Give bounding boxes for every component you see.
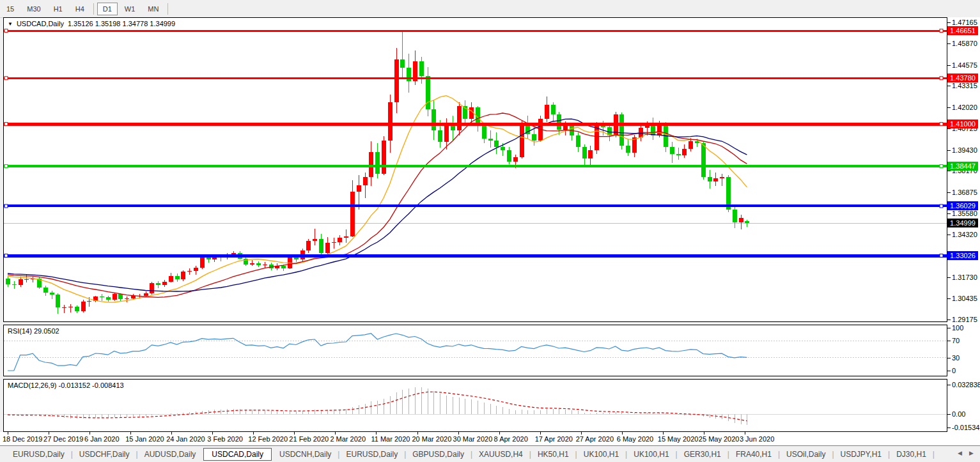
time-tick-label: 18 Dec 2019 — [3, 435, 42, 443]
chart-tab-uk100-h1[interactable]: UK100,H1 — [577, 450, 625, 459]
chart-tab-eurusd-daily[interactable]: EURUSD,Daily — [6, 450, 71, 459]
price-tick-label: 1.36875 — [952, 189, 977, 196]
chart-tab-usdjpy-h1[interactable]: USDJPY,H1 — [834, 450, 888, 459]
macd-indicator-panel[interactable]: MACD(12,26,9) -0.013152 -0.008413 — [3, 379, 947, 432]
line-handle-left[interactable] — [4, 204, 8, 208]
chart-tab-usdcad-daily[interactable]: USDCAD,Daily — [203, 448, 272, 461]
price-tick-label: 1.45870 — [952, 40, 977, 47]
time-tick-mark — [540, 432, 541, 435]
chart-tab-ger30-h1[interactable]: GER30,H1 — [678, 450, 727, 459]
horizontal-line-1.36029[interactable] — [4, 204, 947, 208]
time-tick-label: 27 Dec 2019 — [43, 435, 83, 443]
timeframe-button-h4[interactable]: H4 — [70, 3, 90, 15]
time-tick-mark — [499, 432, 500, 435]
rsi-canvas[interactable] — [4, 325, 947, 376]
timeframe-button-15[interactable]: 15 — [1, 3, 20, 15]
price-tick-label: 1.43315 — [952, 82, 977, 89]
time-tick-mark — [745, 432, 745, 435]
rsi-tick-label: 100 — [952, 324, 963, 332]
rsi-tick-mark — [947, 328, 951, 328]
timeframe-button-w1[interactable]: W1 — [119, 3, 141, 15]
horizontal-line-1.33026[interactable] — [4, 254, 947, 258]
rsi-tick-mark — [947, 358, 951, 358]
line-handle-left[interactable] — [4, 164, 8, 167]
price-tick-mark — [947, 235, 951, 235]
price-axis[interactable]: 1.471651.458701.445751.433151.420201.407… — [947, 17, 980, 445]
line-handle-right[interactable] — [940, 29, 943, 33]
time-axis[interactable]: 18 Dec 201927 Dec 20196 Jan 202015 Jan 2… — [0, 432, 980, 445]
chart-tab-eurusd-daily[interactable]: EURUSD,Daily — [339, 450, 404, 459]
price-canvas[interactable] — [4, 18, 947, 321]
price-tick-label: 1.42020 — [952, 104, 977, 111]
time-tick-mark — [704, 432, 704, 435]
line-handle-right[interactable] — [940, 164, 943, 167]
macd-tick-label: -0.015342 — [952, 424, 980, 431]
time-tick-label: 24 Jan 2020 — [166, 435, 205, 443]
chart-tab-usdchf-daily[interactable]: USDCHF,Daily — [73, 450, 136, 459]
rsi-tick-label: 70 — [952, 337, 960, 344]
time-tick-label: 3 Jun 2020 — [740, 435, 774, 443]
chart-tab-uk100-h1[interactable]: UK100,H1 — [627, 450, 675, 459]
line-handle-right[interactable] — [940, 204, 943, 208]
time-tick-mark — [8, 432, 8, 435]
time-tick-mark — [171, 432, 172, 435]
candles — [6, 30, 749, 314]
toolbar-separator — [93, 3, 94, 15]
time-tick-label: 8 Apr 2020 — [494, 435, 528, 443]
time-tick-mark — [458, 432, 459, 435]
macd-histogram — [8, 387, 747, 426]
macd-canvas[interactable] — [4, 380, 947, 431]
line-handle-left[interactable] — [4, 254, 8, 258]
horizontal-line-1.4378[interactable] — [4, 77, 947, 80]
time-tick-label: 3 Feb 2020 — [207, 435, 243, 443]
chart-tab-usoil-daily[interactable]: USOil,Daily — [780, 450, 832, 459]
price-tick-label: 1.47165 — [952, 19, 977, 26]
macd-tick-label: 0.00 — [952, 410, 965, 418]
line-handle-right[interactable] — [940, 77, 943, 80]
timeframe-button-mn[interactable]: MN — [142, 3, 164, 15]
line-handle-right[interactable] — [940, 254, 943, 258]
time-tick-mark — [622, 432, 623, 435]
timeframe-button-m30[interactable]: M30 — [21, 3, 46, 15]
price-badge-1.38447: 1.38447 — [947, 162, 978, 171]
rsi-line — [8, 334, 747, 371]
horizontal-line-1.46651[interactable] — [4, 29, 947, 33]
price-chart-panel[interactable]: ▼ USDCAD,Daily 1.35126 1.35198 1.34778 1… — [3, 17, 947, 322]
symbol-name: USDCAD,Daily — [17, 20, 64, 27]
time-tick-label: 15 Jan 2020 — [125, 435, 164, 443]
time-tick-mark — [335, 432, 336, 435]
horizontal-line-1.41[interactable] — [4, 123, 947, 126]
chart-tab-hk50-h1[interactable]: HK50,H1 — [531, 450, 575, 459]
time-tick-mark — [581, 432, 582, 435]
symbol-dropdown-icon[interactable]: ▼ — [8, 21, 13, 27]
macd-tick-mark — [947, 385, 951, 385]
tab-scroll-right-icon[interactable]: ▶ — [969, 450, 974, 456]
time-tick-mark — [417, 432, 418, 435]
macd-label: MACD(12,26,9) -0.013152 -0.008413 — [8, 381, 124, 389]
line-handle-left[interactable] — [4, 29, 8, 33]
toolbar-separator — [167, 3, 168, 15]
rsi-indicator-panel[interactable]: RSI(14) 29.0502 — [3, 325, 947, 376]
chart-tab-xauusd-h4[interactable]: XAUUSD,H4 — [472, 450, 529, 459]
line-handle-left[interactable] — [4, 123, 8, 126]
rsi-tick-mark — [947, 341, 951, 341]
time-tick-label: 12 Feb 2020 — [248, 435, 288, 443]
chart-symbol-header[interactable]: ▼ USDCAD,Daily 1.35126 1.35198 1.34778 1… — [8, 20, 175, 27]
horizontal-line-1.38447[interactable] — [4, 164, 947, 167]
tab-scroll-left-icon[interactable]: ◀ — [958, 450, 962, 456]
chart-tab-fra40-h1[interactable]: FRA40,H1 — [729, 450, 778, 459]
line-handle-left[interactable] — [4, 77, 8, 80]
timeframe-button-d1[interactable]: D1 — [97, 3, 118, 15]
timeframe-button-h1[interactable]: H1 — [48, 3, 68, 15]
price-badge-1.34999: 1.34999 — [947, 219, 978, 227]
time-tick-mark — [49, 432, 49, 435]
line-handle-right[interactable] — [940, 123, 943, 126]
chart-tab-audusd-daily[interactable]: AUDUSD,Daily — [138, 450, 203, 459]
chart-tab-gbpusd-daily[interactable]: GBPUSD,Daily — [406, 450, 471, 459]
macd-tick-mark — [947, 414, 951, 415]
moving-average-10 — [8, 96, 747, 303]
chart-tab-dj30-h1[interactable]: DJ30,H1 — [890, 450, 933, 459]
price-badge-1.46651: 1.46651 — [947, 26, 978, 35]
chart-tab-usdcnh-daily[interactable]: USDCNH,Daily — [273, 450, 338, 459]
price-tick-label: 1.31730 — [952, 273, 977, 281]
